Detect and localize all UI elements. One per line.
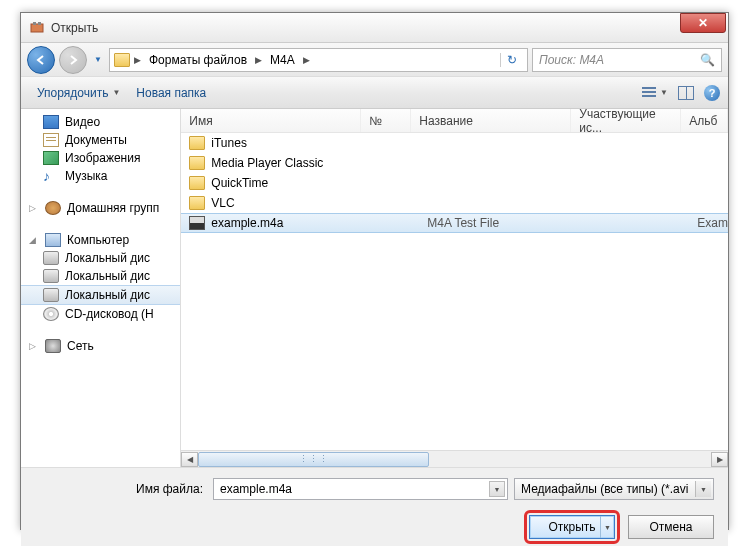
sidebar-cd-drive[interactable]: CD-дисковод (H [21,305,180,323]
folder-icon [189,176,205,190]
folder-item[interactable]: VLC [181,193,728,213]
address-bar[interactable]: ▶ Форматы файлов ▶ M4A ▶ ↻ [109,48,528,72]
cd-icon [43,307,59,321]
column-headers: Имя № Название Участвующие ис... Альб [181,109,728,133]
sidebar-item-images[interactable]: Изображения [21,149,180,167]
sidebar-item-video[interactable]: Видео [21,113,180,131]
sidebar-drive[interactable]: Локальный дис [21,249,180,267]
folder-icon [114,53,130,67]
scroll-left-arrow[interactable]: ◀ [181,452,198,467]
main-area: Видео Документы Изображения ♪Музыка ▷Дом… [21,109,728,467]
chevron-right-icon: ▶ [301,55,312,65]
chevron-down-icon[interactable]: ▼ [695,481,711,497]
col-title[interactable]: Название [411,109,571,132]
folder-icon [189,136,205,150]
expand-icon: ▷ [29,203,39,213]
col-num[interactable]: № [361,109,411,132]
sidebar-homegroup[interactable]: ▷Домашняя групп [21,199,180,217]
disk-icon [43,251,59,265]
scroll-track[interactable]: ⋮⋮⋮ [198,452,711,467]
chevron-down-icon: ▼ [660,88,668,97]
filename-input[interactable]: example.m4a ▼ [213,478,508,500]
search-icon: 🔍 [700,53,715,67]
svg-rect-1 [33,22,36,25]
open-button[interactable]: Открыть ▼ [529,515,615,539]
col-artist[interactable]: Участвующие ис... [571,109,681,132]
chevron-down-icon[interactable]: ▼ [600,516,614,538]
sidebar-item-music[interactable]: ♪Музыка [21,167,180,185]
sidebar-computer[interactable]: ◢Компьютер [21,231,180,249]
document-icon [43,133,59,147]
folder-item[interactable]: iTunes [181,133,728,153]
col-album[interactable]: Альб [681,109,728,132]
organize-button[interactable]: Упорядочить ▼ [29,82,128,104]
chevron-down-icon[interactable]: ▼ [489,481,505,497]
col-name[interactable]: Имя [181,109,361,132]
sidebar-drive[interactable]: Локальный дис [21,285,180,305]
highlight-annotation: Открыть ▼ [524,510,620,544]
chevron-right-icon: ▶ [132,55,143,65]
m4a-file-icon [189,216,205,230]
preview-pane-button[interactable] [678,86,694,100]
titlebar: Открыть ✕ [21,13,728,43]
view-mode-button[interactable]: ▼ [642,87,668,99]
close-button[interactable]: ✕ [680,13,726,33]
search-placeholder: Поиск: M4A [539,53,604,67]
open-dialog: Открыть ✕ ▼ ▶ Форматы файлов ▶ M4A ▶ ↻ П… [20,12,729,530]
chevron-right-icon: ▶ [253,55,264,65]
file-item[interactable]: example.m4a M4A Test File Exam [181,213,728,233]
scroll-thumb[interactable]: ⋮⋮⋮ [198,452,429,467]
cancel-button[interactable]: Отмена [628,515,714,539]
homegroup-icon [45,201,61,215]
app-icon [29,20,45,36]
expand-icon: ▷ [29,341,39,351]
image-icon [43,151,59,165]
folder-item[interactable]: Media Player Classic [181,153,728,173]
folder-item[interactable]: QuickTime [181,173,728,193]
breadcrumb-seg[interactable]: Форматы файлов [145,53,251,67]
nav-back-button[interactable] [27,46,55,74]
help-button[interactable]: ? [704,85,720,101]
file-pane: Имя № Название Участвующие ис... Альб iT… [181,109,728,467]
refresh-button[interactable]: ↻ [500,53,523,67]
nav-bar: ▼ ▶ Форматы файлов ▶ M4A ▶ ↻ Поиск: M4A … [21,43,728,77]
disk-icon [43,269,59,283]
svg-rect-2 [38,22,41,25]
file-list: iTunes Media Player Classic QuickTime VL… [181,133,728,450]
music-icon: ♪ [43,169,59,183]
chevron-down-icon: ▼ [112,88,120,97]
scroll-right-arrow[interactable]: ▶ [711,452,728,467]
toolbar: Упорядочить ▼ Новая папка ▼ ? [21,77,728,109]
search-input[interactable]: Поиск: M4A 🔍 [532,48,722,72]
video-icon [43,115,59,129]
sidebar: Видео Документы Изображения ♪Музыка ▷Дом… [21,109,181,467]
breadcrumb-seg[interactable]: M4A [266,53,299,67]
disk-icon [43,288,59,302]
folder-icon [189,196,205,210]
bottom-panel: Имя файла: example.m4a ▼ Медиафайлы (все… [21,467,728,546]
network-icon [45,339,61,353]
horizontal-scrollbar[interactable]: ◀ ⋮⋮⋮ ▶ [181,450,728,467]
file-type-select[interactable]: Медиафайлы (все типы) (*.avi ▼ [514,478,714,500]
filename-label: Имя файла: [35,482,207,496]
sidebar-item-documents[interactable]: Документы [21,131,180,149]
nav-forward-button[interactable] [59,46,87,74]
new-folder-button[interactable]: Новая папка [128,82,214,104]
folder-icon [189,156,205,170]
computer-icon [45,233,61,247]
nav-history-dropdown[interactable]: ▼ [91,47,105,73]
svg-rect-0 [31,24,43,32]
window-title: Открыть [51,21,724,35]
expand-icon: ◢ [29,235,39,245]
list-view-icon [642,87,658,99]
sidebar-drive[interactable]: Локальный дис [21,267,180,285]
sidebar-network[interactable]: ▷Сеть [21,337,180,355]
